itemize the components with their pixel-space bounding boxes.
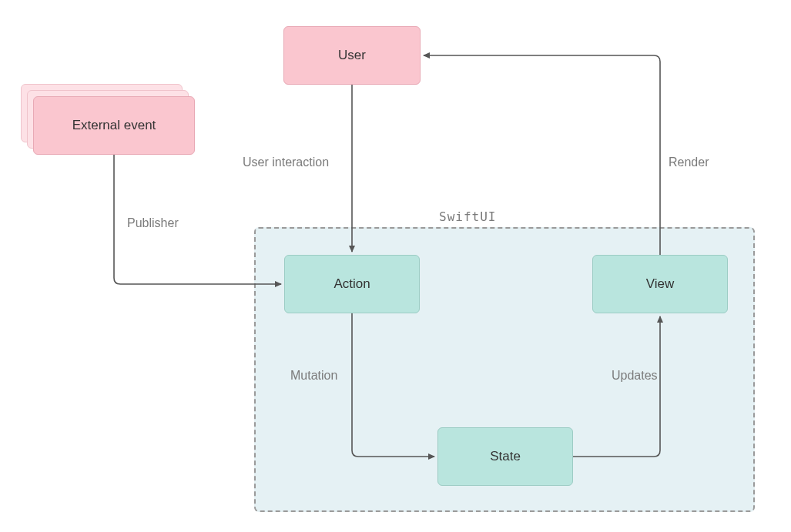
- state-label: State: [490, 449, 521, 464]
- mutation-label: Mutation: [290, 369, 337, 383]
- action-node: Action: [284, 255, 420, 313]
- updates-label: Updates: [612, 369, 658, 383]
- external-event-node: External event: [33, 96, 195, 155]
- swiftui-label: SwiftUI: [439, 209, 496, 224]
- user-interaction-label: User interaction: [243, 156, 329, 169]
- state-node: State: [437, 427, 573, 486]
- action-label: Action: [333, 276, 370, 292]
- external-event-label: External event: [72, 118, 156, 133]
- arrow-view-to-user: [424, 55, 660, 255]
- render-label: Render: [669, 156, 709, 169]
- user-node: User: [283, 26, 421, 85]
- publisher-label: Publisher: [127, 216, 179, 230]
- diagram-root: SwiftUI External event User Action State…: [0, 0, 791, 532]
- view-label: View: [646, 276, 675, 292]
- view-node: View: [592, 255, 728, 313]
- user-label: User: [338, 48, 366, 63]
